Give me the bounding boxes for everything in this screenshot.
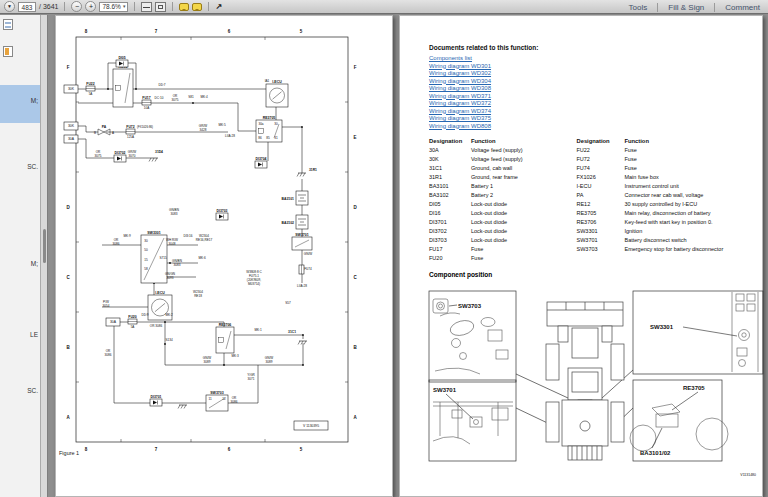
zoom-level-select[interactable]: 78.6% ▾ bbox=[99, 2, 128, 12]
related-doc-link[interactable]: Wiring diagram WD302 bbox=[429, 70, 754, 78]
panel-scrollbar-handle[interactable] bbox=[43, 229, 46, 263]
diagram-text: 3093 bbox=[167, 276, 174, 280]
designation-cell: 30A bbox=[429, 146, 471, 155]
designation-cell: DI16 bbox=[429, 209, 471, 218]
sw3301-sketch bbox=[683, 292, 758, 372]
diagram-text: A bbox=[66, 415, 70, 420]
toolbar-button-fill-sign[interactable]: Fill & Sign bbox=[660, 3, 712, 12]
diagram-text: S134 bbox=[165, 338, 173, 342]
diagram-text: SW3703 bbox=[210, 391, 223, 395]
diagram-text: FU20 bbox=[128, 315, 136, 319]
bookmark-item[interactable]: SC. bbox=[27, 387, 38, 394]
designation-cell: DI05 bbox=[429, 200, 471, 209]
table-row: FU72Fuse bbox=[576, 155, 754, 164]
function-cell: Battery disconnect switch bbox=[624, 236, 754, 245]
page-number-input[interactable]: 483 bbox=[18, 2, 36, 12]
designation-cell: RE12 bbox=[576, 200, 624, 209]
bookmark-item[interactable]: SC. bbox=[27, 163, 38, 170]
designation-cell: 30K bbox=[429, 155, 471, 164]
diagram-text: M03714) bbox=[248, 282, 260, 286]
related-doc-link[interactable]: Components list bbox=[429, 55, 754, 63]
diagram-text: 30K bbox=[68, 124, 75, 128]
diagram-text: 125A bbox=[127, 135, 134, 139]
toolbar-separator bbox=[134, 2, 135, 11]
table-row: RE3705Main relay, disconnection of batte… bbox=[576, 209, 754, 218]
related-doc-link[interactable]: Wiring diagram WD308 bbox=[429, 85, 754, 93]
bookmark-item[interactable]: M; bbox=[31, 97, 38, 104]
diagram-text: 3086 bbox=[105, 353, 112, 357]
connector-pa bbox=[98, 129, 104, 135]
designation-table-left: DesignationFunction30AVoltage feed (supp… bbox=[429, 137, 576, 263]
related-doc-link[interactable]: Wiring diagram WD374 bbox=[429, 108, 754, 116]
related-doc-link[interactable]: Wiring diagram WD808 bbox=[429, 123, 754, 131]
toolbar-separator bbox=[172, 2, 173, 11]
table-row: I-ECUInstrument control unit bbox=[576, 182, 754, 191]
diagram-text: F bbox=[67, 65, 70, 70]
diagram-text: D bbox=[353, 205, 357, 210]
share-icon[interactable]: ↗ bbox=[215, 2, 222, 11]
diagram-text: B bbox=[94, 131, 96, 135]
page-total-label: / 3641 bbox=[39, 3, 58, 10]
related-doc-link[interactable]: Wiring diagram WD371 bbox=[429, 93, 754, 101]
table-row: DI3702Lock-out diode bbox=[429, 227, 576, 236]
diagram-text: MK:3 bbox=[231, 354, 239, 358]
function-cell: Lock-out diode bbox=[471, 227, 576, 236]
diagram-text: V 1130395 bbox=[303, 424, 319, 428]
diagram-text: 85 bbox=[266, 136, 270, 140]
diagram-text: A bbox=[112, 131, 114, 135]
sticky-note-icon[interactable] bbox=[179, 3, 189, 11]
bookmark-item[interactable]: LE bbox=[30, 331, 38, 338]
function-cell: Instrument control unit bbox=[624, 182, 754, 191]
component-position-figure: SW3703 SW3301 SW3701 RE3705 BA3101/02 V1… bbox=[400, 286, 764, 491]
table-row: SW3701Battery disconnect switch bbox=[576, 236, 754, 245]
machine-top-view bbox=[546, 302, 624, 460]
diagram-text: S57 bbox=[285, 301, 291, 305]
diagram-text: 86 bbox=[258, 136, 262, 140]
junction-dot bbox=[302, 334, 304, 336]
related-docs-list: Components listWiring diagram WD301Wirin… bbox=[429, 55, 754, 130]
function-cell: Lock-out diode bbox=[471, 209, 576, 218]
related-doc-link[interactable]: Wiring diagram WD375 bbox=[429, 115, 754, 123]
re3705-sketch bbox=[630, 392, 728, 451]
diagram-text: MK:2 bbox=[165, 313, 173, 317]
related-doc-link[interactable]: Wiring diagram WD372 bbox=[429, 100, 754, 108]
bookmark-item[interactable]: M; bbox=[31, 260, 38, 267]
fit-page-icon[interactable] bbox=[155, 2, 166, 12]
related-doc-link[interactable]: Wiring diagram WD301 bbox=[429, 63, 754, 71]
diagram-text: 5A bbox=[89, 92, 93, 96]
diagram-text: 6 bbox=[228, 447, 231, 452]
diagram-text: DI05 bbox=[118, 56, 125, 60]
pdf-page-right: Documents related to this function: Comp… bbox=[399, 15, 763, 497]
callout-label-sw3701: SW3701 bbox=[433, 387, 457, 393]
zoom-in-button[interactable]: + bbox=[85, 1, 96, 12]
page-thumbnails-icon[interactable] bbox=[3, 19, 13, 30]
diagram-text: 15 bbox=[144, 258, 148, 262]
toolbar-separator bbox=[208, 2, 209, 11]
designation-cell: 31C1 bbox=[429, 164, 471, 173]
ground-symbol bbox=[301, 341, 303, 345]
bookmarks-panel: M;SC.M;LESC. bbox=[0, 15, 40, 497]
toolbar-separator bbox=[657, 3, 658, 12]
diagram-text: 30K bbox=[68, 87, 75, 91]
ground-symbol bbox=[152, 158, 154, 162]
highlight-comment-icon[interactable] bbox=[192, 3, 202, 11]
table-row: FX1026Main fuse box bbox=[576, 173, 754, 182]
toolbar-button-tools[interactable]: Tools bbox=[621, 3, 656, 12]
diagram-text: (FX1026:86) bbox=[137, 125, 153, 129]
toolbar-button-comment[interactable]: Comment bbox=[717, 3, 768, 12]
zoom-out-button[interactable]: − bbox=[71, 1, 82, 12]
bookmarks-icon[interactable] bbox=[3, 46, 13, 57]
designation-cell: DI3702 bbox=[429, 227, 471, 236]
diagram-text: C bbox=[353, 275, 357, 280]
page-down-button[interactable]: ▼ bbox=[4, 1, 15, 12]
fit-width-icon[interactable] bbox=[141, 2, 152, 12]
junction-dot bbox=[302, 364, 304, 366]
diagram-text: 3071 bbox=[248, 377, 255, 381]
diagram-text: 5 bbox=[300, 447, 303, 452]
diagram-text: 3428 bbox=[200, 128, 207, 132]
wire bbox=[234, 335, 303, 339]
related-doc-link[interactable]: Wiring diagram WD304 bbox=[429, 78, 754, 86]
diagram-text: PA bbox=[102, 125, 107, 129]
diagram-text: 3048 bbox=[169, 242, 176, 246]
table-row: 31C1Ground, cab wall bbox=[429, 164, 576, 173]
